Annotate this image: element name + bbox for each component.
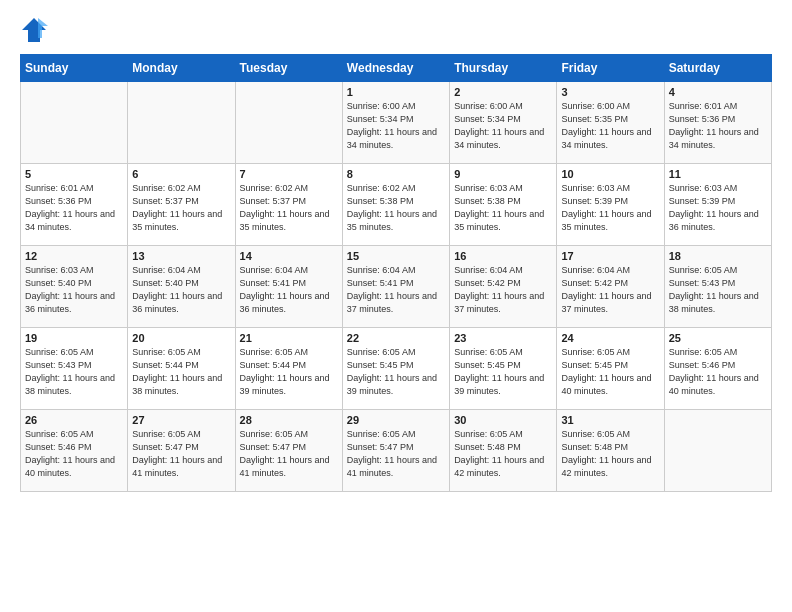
calendar-cell: 15Sunrise: 6:04 AM Sunset: 5:41 PM Dayli… — [342, 246, 449, 328]
logo-icon — [20, 16, 48, 44]
day-number: 5 — [25, 168, 123, 180]
cell-content: Sunrise: 6:05 AM Sunset: 5:45 PM Dayligh… — [561, 346, 659, 398]
cell-content: Sunrise: 6:05 AM Sunset: 5:47 PM Dayligh… — [347, 428, 445, 480]
cell-content: Sunrise: 6:05 AM Sunset: 5:48 PM Dayligh… — [454, 428, 552, 480]
cell-content: Sunrise: 6:05 AM Sunset: 5:47 PM Dayligh… — [240, 428, 338, 480]
calendar-cell: 18Sunrise: 6:05 AM Sunset: 5:43 PM Dayli… — [664, 246, 771, 328]
header-row: SundayMondayTuesdayWednesdayThursdayFrid… — [21, 55, 772, 82]
calendar-cell: 29Sunrise: 6:05 AM Sunset: 5:47 PM Dayli… — [342, 410, 449, 492]
day-number: 14 — [240, 250, 338, 262]
calendar-cell: 31Sunrise: 6:05 AM Sunset: 5:48 PM Dayli… — [557, 410, 664, 492]
calendar-cell — [21, 82, 128, 164]
day-of-week-header: Tuesday — [235, 55, 342, 82]
cell-content: Sunrise: 6:05 AM Sunset: 5:46 PM Dayligh… — [25, 428, 123, 480]
cell-content: Sunrise: 6:01 AM Sunset: 5:36 PM Dayligh… — [25, 182, 123, 234]
day-of-week-header: Friday — [557, 55, 664, 82]
day-number: 17 — [561, 250, 659, 262]
day-number: 21 — [240, 332, 338, 344]
cell-content: Sunrise: 6:03 AM Sunset: 5:39 PM Dayligh… — [669, 182, 767, 234]
calendar-cell: 2Sunrise: 6:00 AM Sunset: 5:34 PM Daylig… — [450, 82, 557, 164]
day-number: 15 — [347, 250, 445, 262]
calendar-cell: 25Sunrise: 6:05 AM Sunset: 5:46 PM Dayli… — [664, 328, 771, 410]
cell-content: Sunrise: 6:05 AM Sunset: 5:45 PM Dayligh… — [454, 346, 552, 398]
cell-content: Sunrise: 6:05 AM Sunset: 5:46 PM Dayligh… — [669, 346, 767, 398]
calendar-table: SundayMondayTuesdayWednesdayThursdayFrid… — [20, 54, 772, 492]
day-number: 8 — [347, 168, 445, 180]
day-of-week-header: Monday — [128, 55, 235, 82]
calendar-cell — [235, 82, 342, 164]
calendar-cell: 19Sunrise: 6:05 AM Sunset: 5:43 PM Dayli… — [21, 328, 128, 410]
calendar-cell: 8Sunrise: 6:02 AM Sunset: 5:38 PM Daylig… — [342, 164, 449, 246]
cell-content: Sunrise: 6:05 AM Sunset: 5:47 PM Dayligh… — [132, 428, 230, 480]
day-of-week-header: Thursday — [450, 55, 557, 82]
day-of-week-header: Wednesday — [342, 55, 449, 82]
cell-content: Sunrise: 6:05 AM Sunset: 5:45 PM Dayligh… — [347, 346, 445, 398]
cell-content: Sunrise: 6:05 AM Sunset: 5:43 PM Dayligh… — [25, 346, 123, 398]
day-number: 11 — [669, 168, 767, 180]
calendar-cell: 14Sunrise: 6:04 AM Sunset: 5:41 PM Dayli… — [235, 246, 342, 328]
day-of-week-header: Sunday — [21, 55, 128, 82]
calendar-cell: 10Sunrise: 6:03 AM Sunset: 5:39 PM Dayli… — [557, 164, 664, 246]
calendar-cell: 17Sunrise: 6:04 AM Sunset: 5:42 PM Dayli… — [557, 246, 664, 328]
cell-content: Sunrise: 6:02 AM Sunset: 5:38 PM Dayligh… — [347, 182, 445, 234]
cell-content: Sunrise: 6:05 AM Sunset: 5:44 PM Dayligh… — [132, 346, 230, 398]
cell-content: Sunrise: 6:05 AM Sunset: 5:48 PM Dayligh… — [561, 428, 659, 480]
day-number: 16 — [454, 250, 552, 262]
calendar-week-row: 5Sunrise: 6:01 AM Sunset: 5:36 PM Daylig… — [21, 164, 772, 246]
day-number: 10 — [561, 168, 659, 180]
calendar-cell: 4Sunrise: 6:01 AM Sunset: 5:36 PM Daylig… — [664, 82, 771, 164]
day-number: 20 — [132, 332, 230, 344]
calendar-cell: 22Sunrise: 6:05 AM Sunset: 5:45 PM Dayli… — [342, 328, 449, 410]
calendar-cell: 24Sunrise: 6:05 AM Sunset: 5:45 PM Dayli… — [557, 328, 664, 410]
calendar-cell: 30Sunrise: 6:05 AM Sunset: 5:48 PM Dayli… — [450, 410, 557, 492]
calendar-cell — [128, 82, 235, 164]
day-number: 28 — [240, 414, 338, 426]
day-number: 29 — [347, 414, 445, 426]
cell-content: Sunrise: 6:01 AM Sunset: 5:36 PM Dayligh… — [669, 100, 767, 152]
calendar-cell: 21Sunrise: 6:05 AM Sunset: 5:44 PM Dayli… — [235, 328, 342, 410]
calendar-cell — [664, 410, 771, 492]
calendar-cell: 13Sunrise: 6:04 AM Sunset: 5:40 PM Dayli… — [128, 246, 235, 328]
day-number: 30 — [454, 414, 552, 426]
cell-content: Sunrise: 6:00 AM Sunset: 5:35 PM Dayligh… — [561, 100, 659, 152]
day-number: 22 — [347, 332, 445, 344]
calendar-cell: 27Sunrise: 6:05 AM Sunset: 5:47 PM Dayli… — [128, 410, 235, 492]
day-number: 9 — [454, 168, 552, 180]
day-number: 6 — [132, 168, 230, 180]
cell-content: Sunrise: 6:04 AM Sunset: 5:42 PM Dayligh… — [454, 264, 552, 316]
cell-content: Sunrise: 6:04 AM Sunset: 5:41 PM Dayligh… — [240, 264, 338, 316]
cell-content: Sunrise: 6:03 AM Sunset: 5:39 PM Dayligh… — [561, 182, 659, 234]
calendar-cell: 7Sunrise: 6:02 AM Sunset: 5:37 PM Daylig… — [235, 164, 342, 246]
day-number: 12 — [25, 250, 123, 262]
calendar-week-row: 1Sunrise: 6:00 AM Sunset: 5:34 PM Daylig… — [21, 82, 772, 164]
day-number: 25 — [669, 332, 767, 344]
cell-content: Sunrise: 6:04 AM Sunset: 5:40 PM Dayligh… — [132, 264, 230, 316]
calendar-cell: 12Sunrise: 6:03 AM Sunset: 5:40 PM Dayli… — [21, 246, 128, 328]
cell-content: Sunrise: 6:02 AM Sunset: 5:37 PM Dayligh… — [240, 182, 338, 234]
day-number: 26 — [25, 414, 123, 426]
cell-content: Sunrise: 6:04 AM Sunset: 5:41 PM Dayligh… — [347, 264, 445, 316]
calendar-week-row: 26Sunrise: 6:05 AM Sunset: 5:46 PM Dayli… — [21, 410, 772, 492]
day-number: 2 — [454, 86, 552, 98]
calendar-cell: 20Sunrise: 6:05 AM Sunset: 5:44 PM Dayli… — [128, 328, 235, 410]
cell-content: Sunrise: 6:03 AM Sunset: 5:40 PM Dayligh… — [25, 264, 123, 316]
day-number: 31 — [561, 414, 659, 426]
header — [20, 16, 772, 44]
calendar-cell: 5Sunrise: 6:01 AM Sunset: 5:36 PM Daylig… — [21, 164, 128, 246]
cell-content: Sunrise: 6:05 AM Sunset: 5:44 PM Dayligh… — [240, 346, 338, 398]
day-of-week-header: Saturday — [664, 55, 771, 82]
calendar-week-row: 12Sunrise: 6:03 AM Sunset: 5:40 PM Dayli… — [21, 246, 772, 328]
logo — [20, 16, 52, 44]
day-number: 24 — [561, 332, 659, 344]
day-number: 4 — [669, 86, 767, 98]
calendar-cell: 16Sunrise: 6:04 AM Sunset: 5:42 PM Dayli… — [450, 246, 557, 328]
cell-content: Sunrise: 6:04 AM Sunset: 5:42 PM Dayligh… — [561, 264, 659, 316]
calendar-cell: 9Sunrise: 6:03 AM Sunset: 5:38 PM Daylig… — [450, 164, 557, 246]
calendar-cell: 28Sunrise: 6:05 AM Sunset: 5:47 PM Dayli… — [235, 410, 342, 492]
day-number: 23 — [454, 332, 552, 344]
cell-content: Sunrise: 6:00 AM Sunset: 5:34 PM Dayligh… — [454, 100, 552, 152]
day-number: 13 — [132, 250, 230, 262]
calendar-cell: 6Sunrise: 6:02 AM Sunset: 5:37 PM Daylig… — [128, 164, 235, 246]
day-number: 27 — [132, 414, 230, 426]
cell-content: Sunrise: 6:05 AM Sunset: 5:43 PM Dayligh… — [669, 264, 767, 316]
